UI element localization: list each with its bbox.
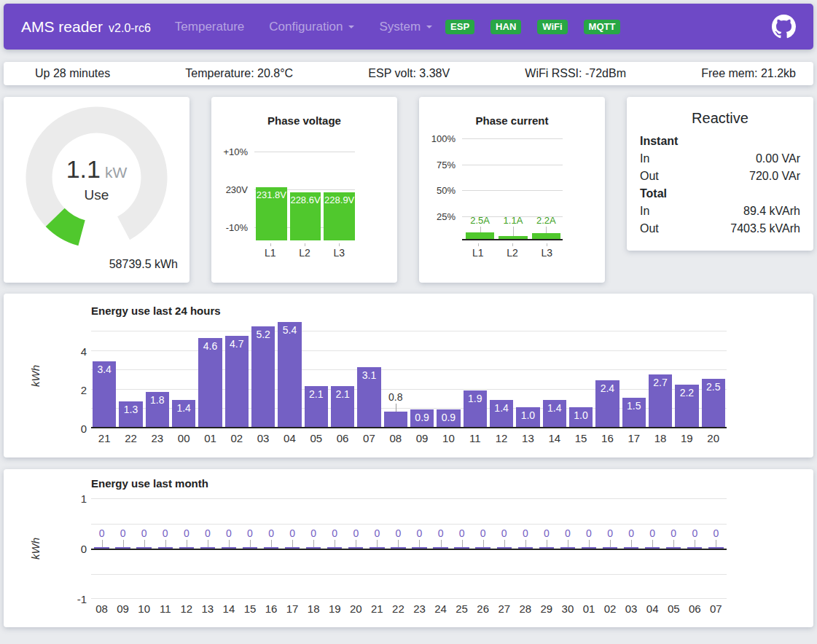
phase-current-xlabels: L1L2L3 [462,243,563,259]
label-leader-line [419,540,420,547]
bar-value-label: 2.5A [464,215,496,226]
zero-bar [666,547,681,549]
phase-current-card: Phase current 100%75%50%25%2.5A1.1A2.2A … [419,97,605,283]
x-tick-label: 07 [356,432,382,444]
y-tick-label: 1 [69,492,87,505]
bar-slot: 0 [155,498,176,599]
bar-slot: 1.4 [488,322,515,428]
bar-slot: 0 [642,498,663,599]
bar-slot: 0 [112,498,133,599]
x-tick-label: 30 [557,602,578,615]
brand-link[interactable]: AMS reader v2.0-rc6 [21,18,151,36]
bar-value-label: 0 [493,527,515,539]
app-title: AMS reader [21,18,103,36]
bar-value-label: 1.0 [516,409,539,421]
x-tick-label: 21 [367,602,388,615]
x-tick-label: 02 [600,602,621,615]
reactive-row-label: Out [640,168,659,185]
bar-slot: 0 [578,498,599,599]
label-leader-line [483,540,484,547]
label-leader-line [695,540,695,547]
main-nav: TemperatureConfigurationSystem [175,20,432,34]
label-leader-line [335,540,335,547]
bar-value-label: 231.8V [256,189,287,200]
y-tick-label: -10% [211,222,248,233]
bar-slot: 2.2 [673,322,700,428]
zero-bar [624,547,638,549]
bar-value-label: 1.8 [146,394,169,406]
bar-value-label: 1.9 [464,393,487,404]
bar-slot: 0 [705,498,727,599]
x-tick-label: 20 [345,602,367,615]
x-tick-label: L1 [254,243,286,259]
bar-value-label: 0 [91,527,112,539]
label-leader-line [462,540,463,547]
zero-bar [115,547,130,549]
label-leader-line [250,540,251,547]
bar-value-label: 0 [324,527,345,539]
bar: 1.0 [516,407,539,427]
bar: 1.5 [622,398,646,427]
chevron-down-icon [426,25,432,31]
x-tick-label: 04 [276,432,302,444]
nav-item-system[interactable]: System [379,20,432,34]
bar-value-label: 0 [472,527,493,539]
bar-slot: 0 [303,498,324,599]
bar-value-label: 0 [578,527,599,539]
axis-tick [339,243,340,246]
x-tick-label: 22 [117,432,144,444]
nav-item-configuration[interactable]: Configuration [269,20,354,34]
zero-bar [560,547,575,549]
x-tick-label: 15 [568,432,594,444]
label-leader-line [229,540,230,547]
bar-slot: 0 [621,498,642,599]
label-leader-line [292,540,293,547]
page: AMS reader v2.0-rc6 TemperatureConfigura… [0,0,817,643]
nav-item-label: System [379,20,421,34]
bar-slot: 0 [239,498,260,599]
bar-value-label: 2.7 [649,377,672,388]
bar-slot: 0 [197,498,218,599]
bar: 0.9 [410,409,434,427]
nav-item-label: Configuration [269,20,343,34]
bar: 3.1 [357,367,380,428]
github-link[interactable] [772,15,796,39]
x-tick-label: L2 [496,243,528,259]
zero-bar [327,547,342,549]
label-leader-line [165,540,166,547]
x-tick-label: L3 [531,243,563,259]
zero-bar [645,547,660,549]
x-tick-label: 09 [112,602,133,615]
reactive-row-label: Out [640,220,659,237]
energy-month-plot: 10-1000000000000000000000000000000 [91,498,727,599]
y-tick-label: 0 [69,543,87,555]
bar-slot: 2.5A [464,138,496,240]
bar-value-label: 228.6V [290,195,321,205]
zero-bar [264,547,278,549]
label-leader-line [396,404,396,412]
x-tick-label: 15 [239,602,260,615]
bar-slot: 0 [282,498,303,599]
bar-value-label: 0 [197,527,218,539]
nav-item-temperature[interactable]: Temperature [175,20,244,34]
phase-voltage-plot: +10%230V-10%231.8V228.6V228.9V [254,152,355,240]
bar-slot: 2.2A [530,138,563,240]
zero-bar [222,547,236,549]
x-tick-label: 20 [700,432,727,444]
label-leader-line [271,540,272,547]
x-tick-label: 18 [647,432,673,444]
bar-value-label: 2.2 [675,387,698,398]
axis-tick [270,243,271,246]
bar-value-label: 0 [112,527,133,539]
x-tick-label: 03 [621,602,642,615]
bar: 1.8 [146,392,169,427]
phase-current-plot: 100%75%50%25%2.5A1.1A2.2A [462,138,563,240]
y-tick-label: 230V [211,184,248,195]
zero-bar [539,547,554,549]
bar-value-label: 0 [388,527,409,539]
zero-bar [285,547,300,549]
x-tick-label: 04 [642,602,663,615]
bar: 231.8V [256,187,287,240]
bar-value-label: 0 [261,527,282,539]
status-item: Free mem: 21.2kb [701,67,796,80]
